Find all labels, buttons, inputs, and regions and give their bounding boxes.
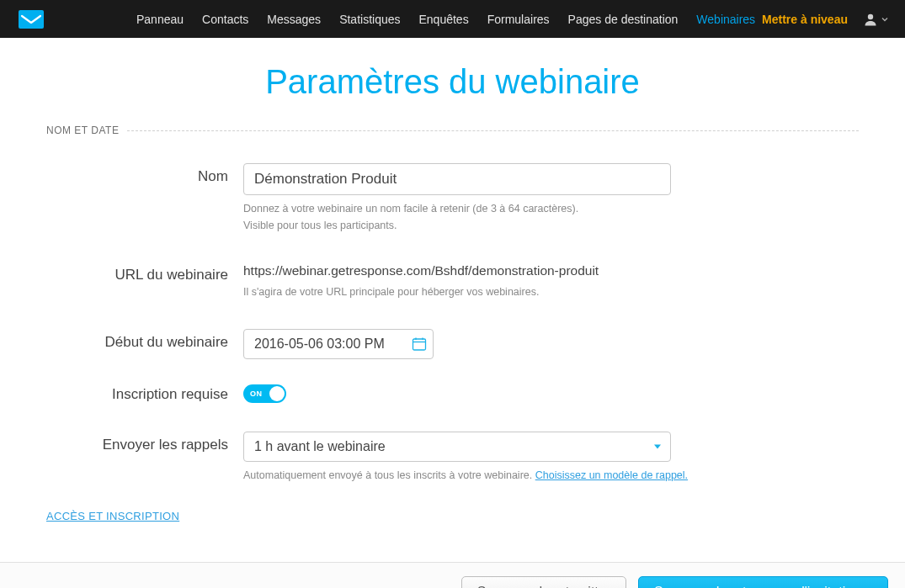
row-reminders: Envoyer les rappels 1 h avant le webinai… — [46, 432, 859, 484]
chevron-down-icon — [654, 444, 661, 448]
nav-items: Panneau Contacts Messages Statistiques E… — [136, 13, 762, 26]
row-registration: Inscription requise ON — [46, 381, 859, 403]
page: Paramètres du webinaire NOM ET DATE Nom … — [0, 38, 905, 523]
label-url: URL du webinaire — [46, 262, 243, 283]
reminders-selected-value: 1 h avant le webinaire — [254, 439, 386, 454]
nav-item-formulaires[interactable]: Formulaires — [487, 13, 550, 26]
reminders-select[interactable]: 1 h avant le webinaire — [243, 432, 671, 462]
url-help: Il s'agira de votre URL principale pour … — [243, 285, 859, 300]
label-registration: Inscription requise — [46, 381, 243, 403]
nav-item-panneau[interactable]: Panneau — [136, 13, 184, 26]
section-dash-rule — [127, 130, 859, 131]
save-quit-label: Sauvegarder et quitter — [477, 585, 610, 589]
footer-bar: Sauvegarder et quitter Sauvegarder et en… — [0, 562, 905, 588]
toggle-knob — [269, 386, 285, 401]
reminders-help-text: Automatiquement envoyé à tous les inscri… — [243, 469, 535, 481]
svg-point-1 — [868, 13, 873, 19]
reminders-template-link[interactable]: Choisissez un modèle de rappel. — [535, 469, 688, 481]
upgrade-link[interactable]: Mettre à niveau — [762, 13, 848, 26]
nav-item-pages-destination[interactable]: Pages de destination — [568, 13, 679, 26]
user-menu[interactable] — [863, 12, 888, 27]
url-value: https://webinar.getresponse.com/Bshdf/de… — [243, 262, 859, 278]
toggle-on-label: ON — [250, 389, 263, 398]
brand-logo[interactable] — [19, 10, 44, 29]
chevron-down-icon — [881, 16, 888, 23]
save-send-button[interactable]: Sauvegarder et envoyer l'invitation — [638, 576, 888, 589]
label-name: Nom — [46, 163, 243, 185]
registration-toggle[interactable]: ON — [243, 384, 286, 403]
section-label: NOM ET DATE — [46, 124, 119, 136]
user-icon — [863, 12, 878, 27]
nav-item-webinaires[interactable]: Webinaires — [696, 13, 755, 26]
row-url: URL du webinaire https://webinar.getresp… — [46, 262, 859, 300]
form-area: Nom Donnez à votre webinaire un nom faci… — [0, 163, 905, 483]
name-help-1: Donnez à votre webinaire un nom facile à… — [243, 202, 859, 217]
save-quit-button[interactable]: Sauvegarder et quitter — [461, 576, 626, 589]
section-nom-et-date: NOM ET DATE — [0, 124, 905, 136]
name-input[interactable] — [243, 163, 671, 195]
label-reminders: Envoyer les rappels — [46, 432, 243, 453]
start-datetime-input[interactable] — [243, 329, 434, 359]
page-title: Paramètres du webinaire — [0, 63, 905, 101]
top-nav: Panneau Contacts Messages Statistiques E… — [0, 0, 905, 38]
nav-item-enquetes[interactable]: Enquêtes — [419, 13, 469, 26]
save-send-label: Sauvegarder et envoyer l'invitation — [654, 585, 860, 589]
access-inscription-link[interactable]: ACCÈS ET INSCRIPTION — [46, 510, 179, 522]
nav-right: Mettre à niveau — [762, 12, 888, 27]
svg-rect-0 — [19, 10, 44, 29]
row-name: Nom Donnez à votre webinaire un nom faci… — [46, 163, 859, 233]
nav-item-statistiques[interactable]: Statistiques — [339, 13, 400, 26]
label-start: Début du webinaire — [46, 329, 243, 351]
name-help-2: Visible pour tous les participants. — [243, 219, 859, 234]
nav-item-contacts[interactable]: Contacts — [202, 13, 248, 26]
nav-item-messages[interactable]: Messages — [267, 13, 321, 26]
row-start: Début du webinaire — [46, 329, 859, 359]
reminders-help: Automatiquement envoyé à tous les inscri… — [243, 469, 859, 484]
